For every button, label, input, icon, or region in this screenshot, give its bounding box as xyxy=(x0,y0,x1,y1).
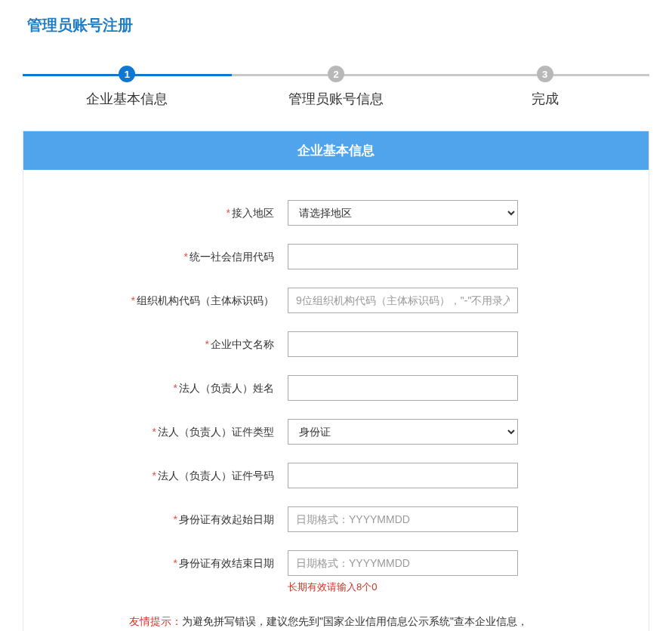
stepper: 1 企业基本信息 2 管理员账号信息 3 完成 xyxy=(23,66,649,108)
step-2: 2 管理员账号信息 xyxy=(232,66,441,108)
tip-quote: "国家企业信用信息公示系统" xyxy=(319,615,454,627)
cnname-input[interactable] xyxy=(288,331,518,357)
step-3-circle: 3 xyxy=(537,66,553,82)
idnum-input[interactable] xyxy=(288,463,518,488)
step-2-label: 管理员账号信息 xyxy=(288,90,384,108)
enddate-input[interactable] xyxy=(288,550,518,576)
step-3: 3 完成 xyxy=(440,66,649,108)
row-idtype: *法人（负责人）证件类型 身份证 xyxy=(69,419,588,445)
region-select[interactable]: 请选择地区 xyxy=(288,200,518,226)
label-cnname: *企业中文名称 xyxy=(69,331,288,357)
tip-text-1a: 为避免拼写错误，建议您先到 xyxy=(182,615,319,627)
row-uscc: *统一社会信用代码 xyxy=(69,244,588,269)
label-uscc: *统一社会信用代码 xyxy=(69,244,288,269)
step-2-circle: 2 xyxy=(328,66,344,82)
row-orgcode: *组织机构代码（主体标识码） xyxy=(69,288,588,313)
card-header: 企业基本信息 xyxy=(23,131,649,170)
orgcode-input[interactable] xyxy=(288,288,518,313)
form-card: 企业基本信息 *接入地区 请选择地区 *统一社会信用代码 *组织机构代码（主体标… xyxy=(23,131,649,631)
row-region: *接入地区 请选择地区 xyxy=(69,200,588,226)
tip-block: 友情提示：为避免拼写错误，建议您先到"国家企业信用信息公示系统"查本企业信息， … xyxy=(69,612,588,631)
step-3-label: 完成 xyxy=(532,90,559,108)
label-orgcode: *组织机构代码（主体标识码） xyxy=(69,288,288,313)
row-enddate: *身份证有效结束日期 长期有效请输入8个0 xyxy=(69,550,588,594)
label-enddate: *身份证有效结束日期 xyxy=(69,550,288,576)
enddate-hint: 长期有效请输入8个0 xyxy=(288,580,588,594)
label-region: *接入地区 xyxy=(69,200,288,226)
row-legalname: *法人（负责人）姓名 xyxy=(69,375,588,401)
label-startdate: *身份证有效起始日期 xyxy=(69,506,288,532)
idtype-select[interactable]: 身份证 xyxy=(288,419,518,445)
uscc-input[interactable] xyxy=(288,244,518,269)
label-idtype: *法人（负责人）证件类型 xyxy=(69,419,288,445)
label-idnum: *法人（负责人）证件号码 xyxy=(69,463,288,488)
row-cnname: *企业中文名称 xyxy=(69,331,588,357)
tip-prefix: 友情提示： xyxy=(129,615,182,627)
step-1-circle: 1 xyxy=(119,66,135,82)
step-1: 1 企业基本信息 xyxy=(23,66,232,108)
form-body: *接入地区 请选择地区 *统一社会信用代码 *组织机构代码（主体标识码） *企业… xyxy=(23,170,649,631)
tip-text-1b: 查本企业信息， xyxy=(454,615,528,627)
page-title: 管理员账号注册 xyxy=(27,15,649,35)
row-idnum: *法人（负责人）证件号码 xyxy=(69,463,588,488)
row-startdate: *身份证有效起始日期 xyxy=(69,506,588,532)
label-legalname: *法人（负责人）姓名 xyxy=(69,375,288,401)
legalname-input[interactable] xyxy=(288,375,518,401)
step-1-label: 企业基本信息 xyxy=(86,90,168,108)
startdate-input[interactable] xyxy=(288,506,518,532)
